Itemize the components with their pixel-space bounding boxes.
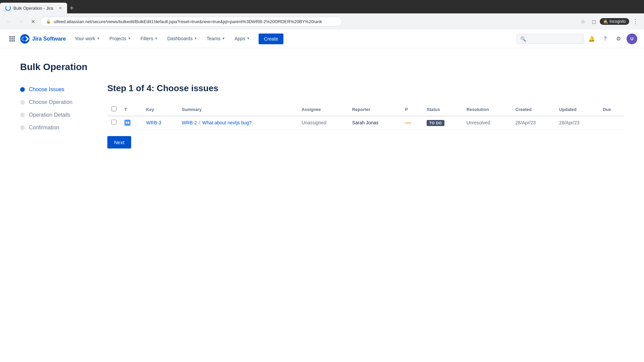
- incognito-icon: 🕵: [603, 19, 608, 24]
- bulk-op-main: Step 1 of 4: Choose issues T Key Summary…: [107, 83, 624, 148]
- chevron-down-icon: ▼: [128, 37, 131, 40]
- step-label-operation-details: Operation Details: [29, 112, 70, 118]
- row-summary-cell: WRB-2 / What about nextjs bug?: [178, 116, 298, 129]
- user-avatar[interactable]: U: [627, 34, 637, 44]
- col-header-priority: P: [401, 103, 423, 116]
- row-type-cell: [120, 116, 142, 129]
- help-icon: ?: [604, 36, 607, 42]
- bulk-op-layout: Choose Issues Choose Operation Operation…: [20, 83, 624, 148]
- step-indicator-choose-operation: [20, 100, 25, 105]
- col-header-due: Due: [599, 103, 624, 116]
- browser-menu-button[interactable]: ⋮: [631, 17, 640, 26]
- settings-button[interactable]: ⚙: [613, 34, 624, 44]
- bell-icon: 🔔: [588, 36, 595, 42]
- tab-favicon: [5, 5, 11, 11]
- extensions-button[interactable]: ◻: [589, 17, 598, 26]
- next-button[interactable]: Next: [107, 136, 131, 148]
- browser-chrome: Bulk Operation - Jira × + ← → ✕ 🔒 uifeed…: [0, 0, 644, 29]
- search-box[interactable]: 🔍: [517, 34, 584, 44]
- tab-close-button[interactable]: ×: [59, 5, 62, 11]
- content-area: Bulk Operation Choose Issues Choose Oper…: [0, 48, 644, 162]
- status-badge: TO DO: [427, 120, 444, 126]
- row-assignee-cell: Unassigned: [298, 116, 348, 129]
- nav-label-dashboards: Dashboards: [167, 36, 193, 41]
- help-button[interactable]: ?: [600, 34, 610, 44]
- chevron-down-icon: ▼: [247, 37, 250, 40]
- step-confirmation[interactable]: Confirmation: [20, 121, 87, 134]
- issue-summary-link[interactable]: What about nextjs bug?: [202, 120, 252, 125]
- row-due-cell: [599, 116, 624, 129]
- reload-button[interactable]: ✕: [28, 17, 38, 26]
- table-row: WRB-3 WRB-2 / What about nextjs bug? Una…: [107, 116, 624, 129]
- steps-sidebar: Choose Issues Choose Operation Operation…: [20, 83, 87, 148]
- incognito-label: Incognito: [609, 19, 626, 24]
- forward-button[interactable]: →: [16, 17, 25, 26]
- row-resolution-cell: Unresolved: [463, 116, 512, 129]
- svg-rect-1: [126, 122, 127, 124]
- nav-label-projects: Projects: [109, 36, 126, 41]
- path-separator: /: [199, 120, 200, 125]
- chevron-down-icon: ▼: [155, 37, 158, 40]
- new-tab-button[interactable]: +: [67, 3, 76, 13]
- active-tab[interactable]: Bulk Operation - Jira ×: [0, 3, 67, 13]
- nav-item-dashboards[interactable]: Dashboards ▼: [164, 29, 201, 48]
- issue-key-link[interactable]: WRB-3: [146, 120, 161, 125]
- notifications-button[interactable]: 🔔: [586, 34, 597, 44]
- waffle-icon: [9, 36, 15, 42]
- nav-item-apps[interactable]: Apps ▼: [231, 29, 253, 48]
- step-choose-operation[interactable]: Choose Operation: [20, 96, 87, 109]
- chevron-down-icon: ▼: [194, 37, 197, 40]
- svg-rect-2: [128, 122, 129, 124]
- step-operation-details[interactable]: Operation Details: [20, 109, 87, 121]
- nav-item-teams[interactable]: Teams ▼: [203, 29, 228, 48]
- nav-item-projects[interactable]: Projects ▼: [106, 29, 134, 48]
- nav-label-teams: Teams: [207, 36, 220, 41]
- summary-content: WRB-2 / What about nextjs bug?: [182, 120, 293, 125]
- row-priority-cell: ―: [401, 116, 423, 129]
- toolbar-actions: ☆ ◻ 🕵 Incognito ⋮: [578, 17, 640, 26]
- col-header-resolution: Resolution: [463, 103, 512, 116]
- row-checkbox[interactable]: [111, 120, 116, 125]
- step-label-confirmation: Confirmation: [29, 125, 59, 131]
- nav-label-filters: Filters: [141, 36, 153, 41]
- search-input[interactable]: [528, 36, 580, 42]
- jira-app: Jira Software Your work ▼ Projects ▼ Fil…: [0, 29, 644, 362]
- nav-item-your-work[interactable]: Your work ▼: [71, 29, 103, 48]
- priority-icon: ―: [405, 120, 419, 126]
- step-label-choose-operation: Choose Operation: [29, 99, 72, 105]
- step-indicator-choose-issues: [20, 87, 25, 92]
- jira-logo[interactable]: Jira Software: [20, 34, 66, 44]
- tab-bar: Bulk Operation - Jira × +: [0, 0, 644, 13]
- col-header-updated: Updated: [555, 103, 599, 116]
- incognito-button[interactable]: 🕵 Incognito: [600, 18, 629, 25]
- row-status-cell: TO DO: [423, 116, 463, 129]
- col-header-status: Status: [423, 103, 463, 116]
- bookmark-button[interactable]: ☆: [578, 17, 588, 26]
- priority-medium-icon: ―: [405, 120, 411, 126]
- step-heading: Step 1 of 4: Choose issues: [107, 83, 624, 94]
- address-bar[interactable]: 🔒 uifeed.atlassian.net/secure/views/bulk…: [40, 17, 342, 26]
- browser-toolbar: ← → ✕ 🔒 uifeed.atlassian.net/secure/view…: [0, 13, 644, 29]
- nav-right: 🔍 🔔 ? ⚙ U: [517, 34, 637, 44]
- step-choose-issues[interactable]: Choose Issues: [20, 83, 87, 96]
- col-header-summary: Summary: [178, 103, 298, 116]
- nav-label-your-work: Your work: [74, 36, 95, 41]
- back-button[interactable]: ←: [4, 17, 13, 26]
- col-header-checkbox: [107, 103, 120, 116]
- col-header-created: Created: [512, 103, 555, 116]
- row-reporter-cell: Sarah Jonas: [348, 116, 401, 129]
- select-all-checkbox[interactable]: [111, 106, 116, 111]
- issue-type-icon: [124, 120, 130, 126]
- create-button[interactable]: Create: [259, 34, 283, 44]
- parent-key: WRB-2: [182, 120, 197, 125]
- issues-table: T Key Summary Assignee Reporter P Status…: [107, 103, 624, 129]
- col-header-reporter: Reporter: [348, 103, 401, 116]
- page-title: Bulk Operation: [20, 62, 624, 72]
- nav-label-apps: Apps: [234, 36, 245, 41]
- step-indicator-operation-details: [20, 113, 25, 117]
- lock-icon: 🔒: [46, 19, 51, 24]
- waffle-menu-button[interactable]: [7, 34, 17, 44]
- nav-item-filters[interactable]: Filters ▼: [137, 29, 161, 48]
- step-indicator-confirmation: [20, 125, 25, 130]
- col-header-assignee: Assignee: [298, 103, 348, 116]
